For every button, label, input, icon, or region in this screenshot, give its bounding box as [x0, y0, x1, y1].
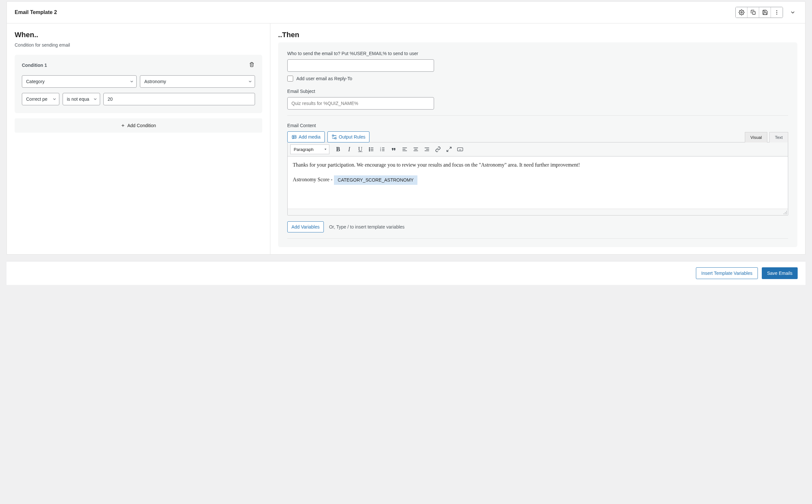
condition-operator-select[interactable]: is not equa — [63, 93, 100, 105]
then-title: ..Then — [278, 31, 797, 39]
svg-point-43 — [786, 212, 787, 213]
output-rules-button[interactable]: Output Rules — [327, 131, 370, 142]
svg-point-44 — [784, 214, 784, 214]
svg-point-2 — [776, 10, 777, 11]
svg-point-0 — [741, 12, 742, 13]
keyboard-button[interactable] — [455, 144, 465, 154]
tab-text[interactable]: Text — [769, 132, 788, 142]
fullscreen-icon — [446, 146, 452, 152]
copy-button[interactable] — [747, 7, 759, 18]
svg-point-3 — [776, 12, 777, 13]
output-rules-label: Output Rules — [339, 134, 366, 140]
reply-to-label: Add user email as Reply-To — [296, 76, 352, 81]
format-value: Paragraph — [294, 147, 314, 152]
format-select[interactable]: Paragraph — [290, 144, 329, 154]
when-panel: When.. Condition for sending email Condi… — [7, 23, 270, 254]
condition-value-select[interactable]: Astronomy — [140, 75, 255, 88]
condition-card: Condition 1 Category Astronomy — [15, 55, 262, 113]
condition-metric-value: Correct pe — [22, 93, 59, 105]
collapse-button[interactable] — [788, 8, 797, 17]
header-actions — [735, 7, 797, 18]
svg-point-17 — [369, 150, 370, 151]
svg-point-4 — [776, 14, 777, 15]
condition-field-select[interactable]: Category — [22, 75, 137, 88]
quote-icon — [391, 146, 397, 152]
underline-button[interactable]: U — [355, 144, 365, 154]
save-emails-button[interactable]: Save Emails — [762, 267, 798, 279]
header-icon-group — [735, 7, 783, 18]
svg-rect-10 — [335, 138, 336, 139]
svg-point-41 — [786, 211, 787, 212]
divider — [287, 238, 788, 239]
more-button[interactable] — [771, 7, 783, 18]
svg-line-33 — [449, 147, 451, 149]
blockquote-button[interactable] — [389, 144, 398, 154]
align-right-icon — [424, 146, 430, 152]
editor-paragraph: Thanks for your participation. We encour… — [293, 161, 783, 169]
condition-operator-value: is not equa — [63, 93, 100, 105]
svg-rect-9 — [332, 135, 334, 136]
editor: Paragraph B I U 123 — [287, 142, 788, 215]
when-title: When.. — [15, 31, 262, 39]
align-left-button[interactable] — [400, 144, 410, 154]
to-label: Who to send the email to? Put %USER_EMAI… — [287, 51, 788, 56]
bold-button[interactable]: B — [333, 144, 343, 154]
save-icon — [762, 9, 768, 15]
svg-rect-1 — [752, 12, 755, 14]
svg-point-42 — [785, 212, 786, 213]
editor-paragraph: Astronomy Score - CATEGORY_SCORE_ASTRONO… — [293, 175, 783, 185]
svg-point-16 — [369, 149, 370, 150]
numbered-list-button[interactable]: 123 — [378, 144, 387, 154]
variable-token[interactable]: CATEGORY_SCORE_ASTRONOMY — [334, 175, 418, 185]
editor-text: Astronomy Score - — [293, 177, 334, 182]
italic-button[interactable]: I — [344, 144, 354, 154]
subject-input[interactable] — [287, 97, 434, 110]
editor-toolbar: Paragraph B I U 123 — [288, 142, 788, 156]
numbered-list-icon: 123 — [380, 146, 385, 152]
svg-point-15 — [369, 147, 370, 148]
condition-metric-select[interactable]: Correct pe — [22, 93, 59, 105]
add-variables-label: Add Variables — [292, 224, 320, 230]
to-input[interactable] — [287, 59, 434, 72]
align-center-button[interactable] — [411, 144, 421, 154]
editor-body[interactable]: Thanks for your participation. We encour… — [288, 156, 788, 209]
svg-marker-11 — [324, 149, 326, 150]
link-button[interactable] — [433, 144, 443, 154]
bullet-list-icon — [368, 146, 374, 152]
rules-icon — [332, 134, 337, 140]
media-icon — [292, 134, 297, 140]
align-right-button[interactable] — [422, 144, 432, 154]
svg-rect-35 — [457, 148, 463, 151]
save-button[interactable] — [759, 7, 771, 18]
resize-handle-icon[interactable] — [783, 211, 787, 215]
delete-condition-button[interactable] — [248, 61, 255, 69]
divider — [287, 115, 788, 116]
settings-button[interactable] — [736, 7, 747, 18]
plus-icon — [121, 123, 125, 128]
then-panel: ..Then Who to send the email to? Put %US… — [270, 23, 805, 254]
tab-visual[interactable]: Visual — [745, 132, 767, 142]
trash-icon — [249, 62, 254, 67]
align-center-icon — [413, 146, 419, 152]
add-media-label: Add media — [299, 134, 321, 140]
svg-line-34 — [447, 150, 448, 152]
condition-field-value: Category — [22, 75, 137, 88]
condition-threshold-input[interactable] — [103, 93, 255, 105]
add-media-button[interactable]: Add media — [287, 131, 325, 142]
more-vertical-icon — [774, 9, 780, 15]
add-condition-label: Add Condition — [127, 123, 156, 128]
insert-template-variables-button[interactable]: Insert Template Variables — [696, 267, 758, 279]
condition-label: Condition 1 — [22, 63, 47, 68]
fullscreen-button[interactable] — [444, 144, 454, 154]
reply-to-checkbox[interactable] — [287, 76, 293, 82]
editor-statusbar — [288, 209, 788, 215]
chevron-down-icon — [790, 9, 796, 15]
bullet-list-button[interactable] — [367, 144, 376, 154]
condition-value-value: Astronomy — [140, 75, 255, 88]
subject-label: Email Subject — [287, 89, 788, 94]
page-title: Email Template 2 — [15, 9, 57, 15]
svg-point-45 — [785, 214, 786, 214]
add-variables-button[interactable]: Add Variables — [287, 221, 324, 232]
add-condition-button[interactable]: Add Condition — [15, 118, 262, 133]
variables-hint: Or, Type / to insert template variables — [329, 224, 405, 230]
